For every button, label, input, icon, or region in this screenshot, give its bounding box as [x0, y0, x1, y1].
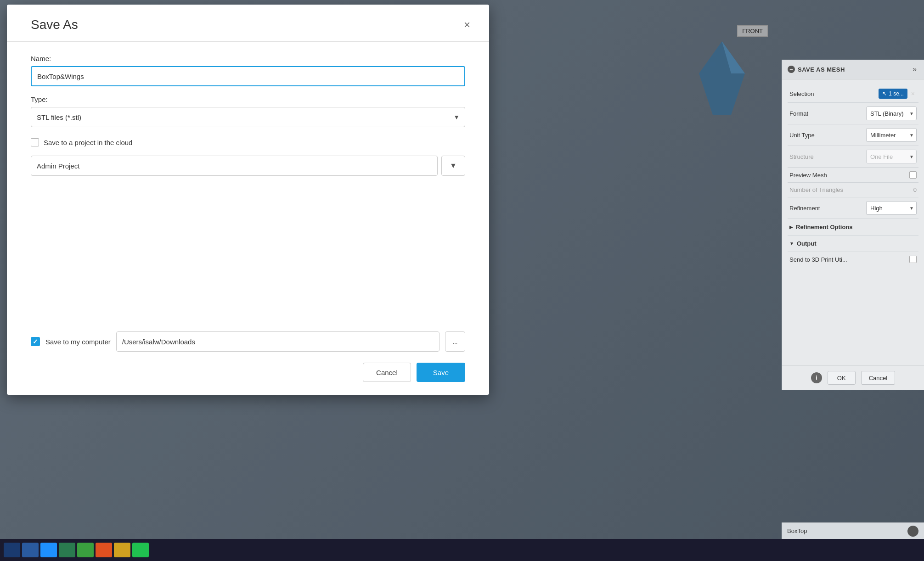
selection-button[interactable]: ↖ 1 se... [879, 89, 907, 99]
avatar-icon [907, 526, 918, 537]
dialog-footer: Save to my computer ... Cancel Save [7, 322, 489, 395]
structure-select-wrapper: One File ▼ [866, 150, 917, 163]
refinement-label: Refinement [789, 205, 820, 212]
cloud-checkbox[interactable] [31, 138, 39, 146]
cloud-project-row: ▼ [31, 156, 465, 176]
type-select[interactable]: STL files (*.stl) OBJ files (*.obj) FBX … [31, 107, 465, 127]
panel-format-row: Format STL (Binary) STL (ASCII) OBJ ▼ [788, 103, 918, 124]
output-title: Output [797, 240, 817, 247]
panel-preview-mesh-row: Preview Mesh [788, 168, 918, 183]
save-as-mesh-panel: SAVE AS MESH » Selection ↖ 1 se... × For… [782, 60, 924, 390]
taskbar-btn-3[interactable] [40, 543, 57, 557]
panel-icon [788, 66, 795, 73]
output-section[interactable]: ▼ Output [788, 236, 918, 252]
selection-btn-label: 1 se... [889, 90, 904, 97]
button-row: Cancel Save [31, 363, 465, 382]
save-path-input[interactable] [116, 331, 439, 352]
panel-header: SAVE AS MESH » [782, 60, 924, 79]
dialog-body: Name: Type: STL files (*.stl) OBJ files … [7, 42, 489, 322]
dialog-header: Save As × [7, 5, 489, 42]
save-computer-label: Save to my computer [45, 338, 111, 346]
send-3d-checkbox[interactable] [909, 256, 917, 263]
save-computer-row: Save to my computer ... [31, 331, 465, 352]
panel-collapse-button[interactable]: » [911, 64, 918, 74]
panel-send-3d-row: Send to 3D Print Uti... [788, 252, 918, 267]
status-bar: BoxTop [782, 522, 924, 539]
panel-footer: i OK Cancel [782, 365, 924, 390]
selection-clear-button[interactable]: × [909, 89, 917, 98]
ok-button[interactable]: OK [828, 371, 856, 385]
triangles-value: 0 [913, 186, 917, 193]
structure-label: Structure [789, 153, 814, 160]
browse-button[interactable]: ... [445, 331, 465, 352]
output-arrow: ▼ [789, 241, 794, 246]
type-select-wrapper: STL files (*.stl) OBJ files (*.obj) FBX … [31, 107, 465, 127]
model-name-label: BoxTop [787, 527, 807, 534]
panel-structure-row: Structure One File ▼ [788, 146, 918, 168]
format-select[interactable]: STL (Binary) STL (ASCII) OBJ [866, 107, 917, 120]
taskbar-btn-7[interactable] [114, 543, 130, 557]
refinement-options-section[interactable]: ▶ Refinement Options [788, 219, 918, 236]
panel-unit-row: Unit Type Millimeter Inch Foot ▼ [788, 124, 918, 146]
preview-mesh-checkbox[interactable] [909, 171, 917, 179]
close-button[interactable]: × [460, 17, 474, 32]
panel-body: Selection ↖ 1 se... × Format STL (Binary… [782, 79, 924, 273]
cloud-project-dropdown-button[interactable]: ▼ [441, 156, 465, 176]
unit-type-label: Unit Type [789, 132, 815, 139]
info-button[interactable]: i [811, 372, 822, 383]
cloud-project-input[interactable] [31, 156, 438, 176]
unit-select-wrapper: Millimeter Inch Foot ▼ [866, 128, 917, 142]
type-field-group: Type: STL files (*.stl) OBJ files (*.obj… [31, 95, 465, 127]
panel-title-row: SAVE AS MESH [788, 66, 845, 73]
save-button[interactable]: Save [417, 363, 465, 382]
taskbar-btn-1[interactable] [4, 543, 20, 557]
unit-type-select[interactable]: Millimeter Inch Foot [866, 128, 917, 142]
save-as-dialog: Save As × Name: Type: STL files (*.stl) … [7, 5, 489, 395]
refinement-options-title: Refinement Options [796, 224, 853, 230]
refinement-select-wrapper: Low Medium High ▼ [866, 201, 917, 215]
save-computer-checkbox[interactable] [31, 337, 40, 346]
taskbar [0, 539, 924, 561]
taskbar-btn-5[interactable] [77, 543, 94, 557]
name-input[interactable] [31, 66, 465, 86]
taskbar-btn-8[interactable] [132, 543, 149, 557]
triangles-label: Number of Triangles [789, 186, 843, 193]
type-label: Type: [31, 95, 465, 103]
taskbar-btn-4[interactable] [59, 543, 75, 557]
panel-refinement-row: Refinement Low Medium High ▼ [788, 197, 918, 219]
structure-select[interactable]: One File [866, 150, 917, 163]
panel-selection-row: Selection ↖ 1 se... × [788, 85, 918, 103]
refinement-options-arrow: ▶ [789, 224, 793, 230]
refinement-select[interactable]: Low Medium High [866, 201, 917, 215]
send-3d-label: Send to 3D Print Uti... [789, 256, 847, 263]
preview-mesh-label: Preview Mesh [789, 172, 827, 179]
panel-triangles-row: Number of Triangles 0 [788, 183, 918, 197]
taskbar-btn-2[interactable] [22, 543, 39, 557]
format-label: Format [789, 110, 808, 117]
selection-label: Selection [789, 90, 814, 97]
name-field-group: Name: [31, 55, 465, 86]
panel-cancel-button[interactable]: Cancel [861, 371, 895, 385]
format-select-wrapper: STL (Binary) STL (ASCII) OBJ ▼ [866, 107, 917, 120]
taskbar-btn-6[interactable] [96, 543, 112, 557]
cancel-button[interactable]: Cancel [363, 363, 411, 382]
cursor-icon: ↖ [882, 90, 887, 97]
cloud-checkbox-label: Save to a project in the cloud [44, 139, 132, 146]
panel-title: SAVE AS MESH [798, 66, 845, 73]
dialog-title: Save As [31, 17, 78, 32]
cloud-checkbox-row: Save to a project in the cloud [31, 138, 465, 146]
name-label: Name: [31, 55, 465, 62]
